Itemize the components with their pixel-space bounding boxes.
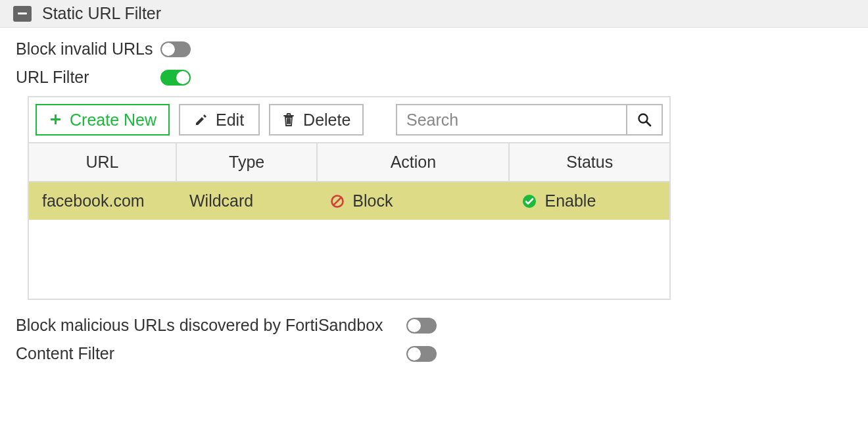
search-input[interactable]	[396, 104, 626, 136]
section-header: Static URL Filter	[0, 0, 868, 28]
button-label: Delete	[303, 111, 350, 130]
check-circle-icon	[522, 194, 537, 209]
section-title: Static URL Filter	[42, 4, 161, 23]
option-block-invalid-urls: Block invalid URLs	[16, 39, 852, 59]
collapse-toggle[interactable]	[13, 6, 32, 22]
svg-line-1	[646, 122, 650, 126]
option-label: URL Filter	[16, 68, 160, 87]
toggle-url-filter[interactable]	[160, 70, 191, 86]
table-header-row: URL Type Action Status	[29, 143, 669, 182]
col-header-type[interactable]: Type	[176, 143, 317, 182]
url-filter-panel: Create New Edit	[28, 96, 671, 300]
delete-button[interactable]: Delete	[269, 104, 364, 136]
table-row[interactable]: facebook.com Wildcard Block	[29, 182, 669, 220]
svg-line-3	[333, 197, 341, 205]
option-label: Content Filter	[16, 344, 114, 363]
toggle-block-malicious[interactable]	[406, 318, 437, 334]
toggle-knob	[408, 319, 421, 332]
option-url-filter: URL Filter	[16, 68, 852, 87]
col-header-status[interactable]: Status	[509, 143, 669, 182]
col-header-url[interactable]: URL	[29, 143, 176, 182]
option-label: Block invalid URLs	[16, 39, 160, 59]
col-header-action[interactable]: Action	[317, 143, 509, 182]
pencil-icon	[195, 113, 208, 126]
trash-icon	[282, 112, 295, 127]
cell-action-text: Block	[352, 191, 393, 211]
toggle-knob	[176, 71, 189, 84]
url-filter-table: URL Type Action Status facebook.com Wild…	[29, 142, 669, 220]
toggle-knob	[408, 347, 421, 361]
toggle-block-invalid-urls[interactable]	[160, 41, 191, 57]
toggle-content-filter[interactable]	[406, 346, 437, 362]
cell-action: Block	[317, 182, 509, 220]
option-label: Block malicious URLs discovered by Forti…	[16, 316, 383, 335]
button-label: Edit	[216, 111, 244, 130]
cell-url: facebook.com	[29, 182, 176, 220]
url-filter-toolbar: Create New Edit	[29, 97, 669, 142]
button-label: Create New	[70, 111, 157, 130]
option-block-malicious: Block malicious URLs discovered by Forti…	[16, 316, 437, 335]
search-icon	[637, 112, 652, 127]
toggle-knob	[162, 43, 175, 56]
cell-type: Wildcard	[176, 182, 317, 220]
minus-icon	[18, 12, 27, 14]
search-button[interactable]	[626, 104, 663, 136]
cell-status: Enable	[509, 182, 669, 220]
edit-button[interactable]: Edit	[179, 104, 260, 136]
create-new-button[interactable]: Create New	[36, 104, 170, 136]
option-content-filter: Content Filter	[16, 344, 437, 363]
search-group	[396, 104, 663, 136]
block-icon	[330, 194, 345, 209]
table-empty-area	[29, 220, 669, 299]
cell-status-text: Enable	[544, 191, 596, 211]
plus-icon	[49, 113, 62, 126]
